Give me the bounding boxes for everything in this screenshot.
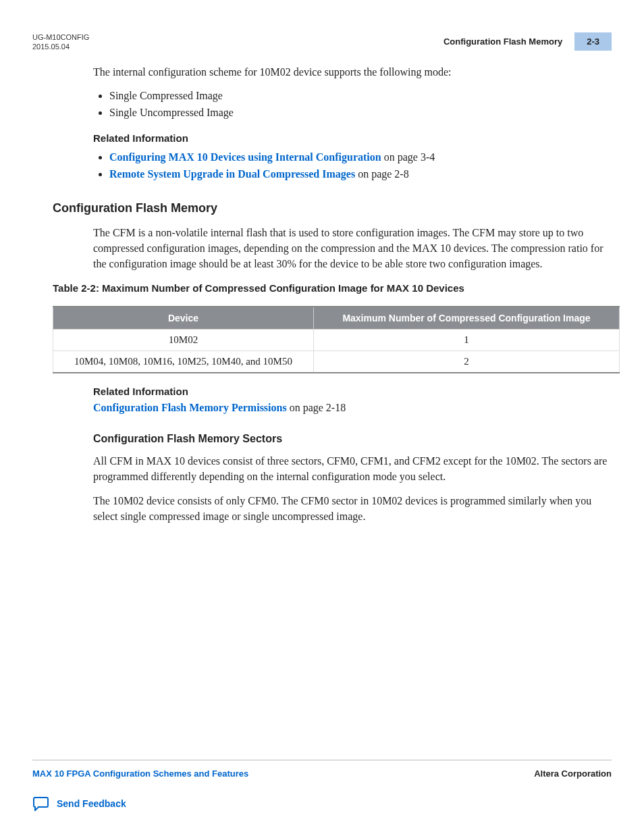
page-footer: MAX 10 FPGA Configuration Schemes and Fe… — [32, 760, 612, 811]
cfm-paragraph: The CFM is a non-volatile internal flash… — [93, 225, 612, 272]
link-cfm-permissions[interactable]: Configuration Flash Memory Permissions — [93, 402, 287, 413]
table-header-cell: Maximum Number of Compressed Configurati… — [313, 307, 619, 330]
sectors-paragraph-1: All CFM in MAX 10 devices consist of thr… — [93, 453, 612, 484]
link-suffix: on page 3-4 — [381, 151, 435, 163]
related-information-heading-2: Related Information — [93, 386, 612, 397]
subsection-heading-sectors: Configuration Flash Memory Sectors — [93, 433, 612, 445]
page-header: UG-M10CONFIG 2015.05.04 Configuration Fl… — [32, 32, 612, 52]
table-caption: Table 2-2: Maximum Number of Compressed … — [53, 282, 612, 294]
link-remote-system-upgrade[interactable]: Remote System Upgrade in Dual Compressed… — [109, 168, 355, 180]
page-number-box: 2-3 — [574, 32, 612, 51]
list-item: Configuring MAX 10 Devices using Interna… — [109, 149, 612, 165]
footer-left-link[interactable]: MAX 10 FPGA Configuration Schemes and Fe… — [32, 768, 248, 779]
send-feedback[interactable]: Send Feedback — [32, 796, 612, 811]
related-info-2: Configuration Flash Memory Permissions o… — [93, 400, 612, 415]
header-doc-meta: UG-M10CONFIG 2015.05.04 — [32, 32, 89, 52]
doc-id: UG-M10CONFIG — [32, 32, 89, 42]
table-cell: 1 — [313, 330, 619, 351]
table-cell: 10M04, 10M08, 10M16, 10M25, 10M40, and 1… — [53, 351, 314, 373]
link-suffix: on page 2-8 — [355, 168, 409, 180]
intro-paragraph: The internal configuration scheme for 10… — [93, 64, 612, 80]
list-item: Remote System Upgrade in Dual Compressed… — [109, 166, 612, 182]
table-header-cell: Device — [53, 307, 314, 330]
link-suffix: on page 2-18 — [287, 402, 346, 413]
section-heading-cfm: Configuration Flash Memory — [53, 201, 612, 215]
table-row: 10M04, 10M08, 10M16, 10M25, 10M40, and 1… — [53, 351, 620, 373]
list-item: Single Uncompressed Image — [109, 105, 612, 120]
related-info-list: Configuring MAX 10 Devices using Interna… — [93, 149, 612, 182]
send-feedback-label: Send Feedback — [57, 798, 126, 809]
table-header-row: Device Maximum Number of Compressed Conf… — [53, 307, 620, 330]
table-cell: 10M02 — [53, 330, 314, 351]
mode-list: Single Compressed Image Single Uncompres… — [93, 88, 612, 120]
list-item: Single Compressed Image — [109, 88, 612, 103]
doc-date: 2015.05.04 — [32, 42, 89, 51]
sectors-paragraph-2: The 10M02 device consists of only CFM0. … — [93, 493, 612, 524]
header-right: Configuration Flash Memory 2-3 — [444, 32, 612, 51]
table-cell: 2 — [313, 351, 619, 373]
footer-row: MAX 10 FPGA Configuration Schemes and Fe… — [32, 768, 612, 779]
header-title: Configuration Flash Memory — [444, 36, 562, 47]
table-compressed-image: Device Maximum Number of Compressed Conf… — [53, 306, 620, 373]
footer-corporation: Altera Corporation — [534, 768, 612, 779]
speech-bubble-icon — [32, 796, 50, 811]
link-configuring-max10[interactable]: Configuring MAX 10 Devices using Interna… — [109, 151, 381, 163]
related-information-heading: Related Information — [93, 132, 612, 144]
table-row: 10M02 1 — [53, 330, 620, 351]
